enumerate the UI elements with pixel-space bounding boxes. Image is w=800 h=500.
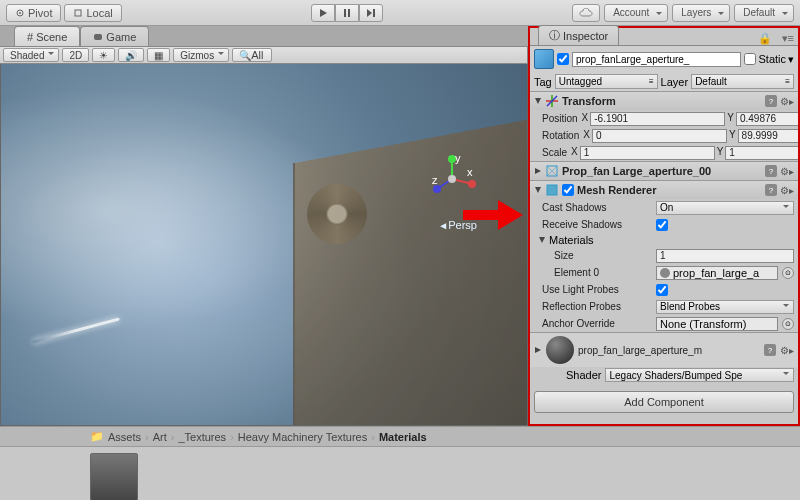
transform-help[interactable]: ? bbox=[765, 95, 777, 107]
svg-rect-18 bbox=[547, 185, 557, 195]
material-help[interactable]: ? bbox=[764, 344, 776, 356]
materials-foldout[interactable] bbox=[538, 236, 546, 244]
breadcrumb: 📁 Assets› Art› _Textures› Heavy Machiner… bbox=[0, 427, 800, 447]
material-settings[interactable]: ⚙▸ bbox=[780, 345, 794, 356]
layout-dropdown[interactable]: Default bbox=[734, 4, 794, 22]
local-icon bbox=[73, 8, 83, 18]
scene-viewport[interactable]: x y z ◄Persp bbox=[0, 64, 528, 426]
material-preview: prop_fan_large_aperture_m ? ⚙▸ bbox=[530, 332, 798, 367]
position-y-input[interactable] bbox=[736, 112, 798, 126]
transform-title: Transform bbox=[562, 95, 762, 107]
layer-dropdown[interactable]: Default bbox=[691, 74, 794, 89]
element0-picker[interactable]: ⊙ bbox=[782, 267, 794, 279]
svg-point-13 bbox=[448, 175, 456, 183]
cloud-button[interactable] bbox=[572, 4, 600, 22]
scene-icon: # bbox=[27, 31, 33, 43]
active-checkbox[interactable] bbox=[557, 53, 569, 65]
audio-toggle[interactable]: 🔊 bbox=[118, 48, 144, 62]
element0-field[interactable]: prop_fan_large_a bbox=[656, 266, 778, 280]
svg-point-1 bbox=[19, 12, 21, 14]
transform-foldout[interactable] bbox=[534, 97, 542, 105]
breadcrumb-item[interactable]: Assets bbox=[108, 431, 141, 443]
material-icon bbox=[660, 268, 670, 278]
static-dropdown[interactable]: ▾ bbox=[788, 53, 794, 66]
asset-grid[interactable] bbox=[0, 447, 800, 500]
transform-icon bbox=[545, 94, 559, 108]
step-button[interactable] bbox=[359, 4, 383, 22]
scene-search[interactable]: 🔍All bbox=[232, 48, 272, 62]
element0-label: Element 0 bbox=[554, 267, 652, 278]
local-button[interactable]: Local bbox=[64, 4, 121, 22]
tab-game[interactable]: Game bbox=[80, 26, 149, 46]
reflection-probes-dropdown[interactable]: Blend Probes bbox=[656, 300, 794, 314]
project-panel: 📁 Assets› Art› _Textures› Heavy Machiner… bbox=[0, 426, 800, 500]
material-foldout[interactable] bbox=[534, 346, 542, 354]
mesh-renderer-enabled[interactable] bbox=[562, 184, 574, 196]
static-checkbox[interactable] bbox=[744, 53, 756, 65]
position-x-input[interactable] bbox=[590, 112, 725, 126]
receive-shadows-label: Receive Shadows bbox=[542, 219, 652, 230]
mesh-renderer-foldout[interactable] bbox=[534, 186, 542, 194]
layers-dropdown[interactable]: Layers bbox=[672, 4, 730, 22]
reflection-probes-label: Reflection Probes bbox=[542, 301, 652, 312]
cast-shadows-dropdown[interactable]: On bbox=[656, 201, 794, 215]
anchor-override-field[interactable]: None (Transform) bbox=[656, 317, 778, 331]
materials-size-input[interactable] bbox=[656, 249, 794, 263]
material-name: prop_fan_large_aperture_m bbox=[578, 345, 760, 356]
orientation-gizmo[interactable]: x y z bbox=[427, 154, 477, 204]
receive-shadows-checkbox[interactable] bbox=[656, 219, 668, 231]
tag-label: Tag bbox=[534, 76, 552, 88]
pause-button[interactable] bbox=[335, 4, 359, 22]
breadcrumb-item[interactable]: Heavy Machinery Textures bbox=[238, 431, 367, 443]
light-probes-label: Use Light Probes bbox=[542, 284, 652, 295]
rotation-x-input[interactable] bbox=[592, 129, 727, 143]
rotation-y-input[interactable] bbox=[738, 129, 798, 143]
lighting-toggle[interactable]: ☀ bbox=[92, 48, 115, 62]
asset-thumbnail[interactable] bbox=[90, 453, 138, 500]
inspector-menu[interactable]: ▾≡ bbox=[778, 32, 798, 45]
scale-x-input[interactable] bbox=[580, 146, 715, 160]
tab-scene[interactable]: #Scene bbox=[14, 26, 80, 46]
scale-y-input[interactable] bbox=[725, 146, 798, 160]
account-dropdown[interactable]: Account bbox=[604, 4, 668, 22]
transform-component: Transform ? ⚙▸ Position XYZ Rotation XYZ… bbox=[530, 91, 798, 161]
rotation-label: Rotation bbox=[542, 130, 579, 141]
inspector-panel: ⓘInspector 🔒 ▾≡ Static ▾ Tag Untagged La… bbox=[528, 26, 800, 426]
shading-mode-dropdown[interactable]: Shaded bbox=[3, 48, 59, 62]
anchor-override-picker[interactable]: ⊙ bbox=[782, 318, 794, 330]
add-component-button[interactable]: Add Component bbox=[534, 391, 794, 413]
pivot-icon bbox=[15, 8, 25, 18]
gizmos-dropdown[interactable]: Gizmos bbox=[173, 48, 229, 62]
mesh-renderer-title: Mesh Renderer bbox=[577, 184, 762, 196]
inspector-lock[interactable]: 🔒 bbox=[752, 32, 778, 45]
mesh-renderer-help[interactable]: ? bbox=[765, 184, 777, 196]
scale-label: Scale bbox=[542, 147, 567, 158]
svg-point-12 bbox=[433, 185, 441, 193]
play-button[interactable] bbox=[311, 4, 335, 22]
tag-dropdown[interactable]: Untagged bbox=[555, 74, 658, 89]
breadcrumb-current: Materials bbox=[379, 431, 427, 443]
gameobject-icon[interactable] bbox=[534, 49, 554, 69]
mesh-filter-help[interactable]: ? bbox=[765, 165, 777, 177]
svg-text:y: y bbox=[455, 154, 461, 164]
view-tabs: #Scene Game bbox=[0, 26, 528, 46]
mesh-filter-settings[interactable]: ⚙▸ bbox=[780, 166, 794, 177]
light-probes-checkbox[interactable] bbox=[656, 284, 668, 296]
mesh-filter-component: Prop_fan Large_aperture_00 ? ⚙▸ bbox=[530, 161, 798, 180]
shader-dropdown[interactable]: Legacy Shaders/Bumped Spe bbox=[605, 368, 794, 382]
mesh-renderer-settings[interactable]: ⚙▸ bbox=[780, 185, 794, 196]
breadcrumb-item[interactable]: Art bbox=[153, 431, 167, 443]
transform-settings[interactable]: ⚙▸ bbox=[780, 96, 794, 107]
mesh-filter-foldout[interactable] bbox=[534, 167, 542, 175]
selected-object bbox=[307, 184, 367, 244]
shader-label: Shader bbox=[566, 369, 601, 381]
tab-inspector[interactable]: ⓘInspector bbox=[538, 25, 619, 45]
breadcrumb-item[interactable]: _Textures bbox=[178, 431, 226, 443]
svg-rect-3 bbox=[344, 9, 346, 17]
pivot-button[interactable]: Pivot bbox=[6, 4, 61, 22]
material-sphere-icon bbox=[546, 336, 574, 364]
object-name-input[interactable] bbox=[572, 52, 741, 67]
2d-toggle[interactable]: 2D bbox=[62, 48, 89, 62]
fx-toggle[interactable]: ▦ bbox=[147, 48, 170, 62]
info-icon: ⓘ bbox=[549, 28, 560, 43]
